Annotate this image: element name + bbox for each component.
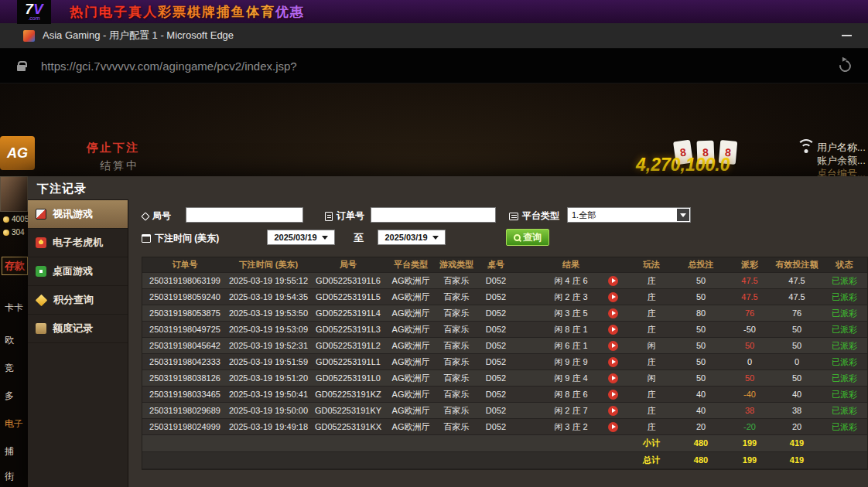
wifi-icon [795,139,817,156]
table-row: 2503191980381262025-03-19 19:51:20GD0522… [142,370,867,387]
column-header: 订单号 [142,257,227,272]
bet-records-modal: 下注记录 视讯游戏电子老虎机桌面游戏积分查询额度记录 局号 订单号 平台类型 1… [28,176,868,487]
replay-icon[interactable] [608,308,618,318]
balance-row: 304 [3,228,25,237]
nav-item-1[interactable]: 热门 [70,5,99,19]
result-text: 闲 3 庄 2 [554,422,587,431]
replay-icon[interactable] [608,292,618,302]
replay-icon[interactable] [608,276,618,286]
avatar[interactable] [0,176,28,212]
stop-bet-text: 停止下注 [87,141,139,155]
result-text: 闲 9 庄 9 [554,357,587,366]
result-text: 闲 8 庄 1 [554,325,587,334]
modal-sidebar: 视讯游戏电子老虎机桌面游戏积分查询额度记录 [28,199,128,487]
column-header: 总投注 [675,257,727,272]
result-text: 闲 9 庄 4 [554,373,587,383]
table-header: 订单号下注时间 (美东)局号平台类型游戏类型桌号结果玩法总投注派彩有效投注额状态 [142,257,867,273]
date-from[interactable]: 2025/03/19 [267,230,335,245]
nav-item-3[interactable]: 真人 [128,5,158,19]
replay-icon[interactable] [608,390,618,400]
minimize-icon [842,35,852,36]
nav-item-4[interactable]: 彩票 [158,5,187,19]
table-row: 2503191980592402025-03-19 19:54:35GD0522… [142,289,867,305]
table-row: 2503191980334652025-03-19 19:50:41GD0522… [142,387,867,403]
column-header: 下注时间 (美东) [227,257,309,272]
column-header: 局号 [309,257,387,272]
platform-select[interactable]: 1.全部 [567,207,691,223]
slot-icon [36,237,46,248]
nav-item-5[interactable]: 棋牌 [187,5,217,19]
left-menu-fragment[interactable]: 电子 [5,417,23,431]
replay-icon[interactable] [608,357,618,367]
table-row: 2503191980456422025-03-19 19:52:31GD0522… [142,338,867,354]
replay-icon[interactable] [608,341,618,351]
result-text: 闲 3 庄 5 [554,308,587,318]
window-title-bar: Asia Gaming - 用户配置 1 - Microsoft Edge [0,23,868,49]
status-badge: 已派彩 [822,289,867,305]
ag-logo: AG [0,136,35,170]
left-menu-fragment[interactable]: 卡卡 [5,301,23,315]
table-row: 2503191980249992025-03-19 19:49:18GD0522… [142,419,867,435]
site-logo[interactable]: 7V .com [17,0,51,24]
order-input[interactable] [371,207,496,223]
diamond-icon [36,294,48,306]
minimize-button[interactable] [836,23,857,48]
sidebar-item-label: 积分查询 [53,293,94,307]
table-row: 2503191980538752025-03-19 19:53:50GD0522… [142,305,867,322]
replay-icon[interactable] [608,373,618,383]
refresh-icon[interactable] [837,58,853,74]
payout-cell: 47.5 [727,289,772,305]
sidebar-item-label: 桌面游戏 [53,264,93,278]
status-badge: 已派彩 [822,338,867,353]
lock-icon [17,65,26,71]
time-label: 下注时间 (美东) [142,232,219,245]
column-header: 桌号 [478,257,514,272]
modal-title: 下注记录 [37,182,87,196]
calendar-icon [142,234,151,243]
grand-total-row: 总计480199419 [142,452,867,469]
sidebar-item-2[interactable]: 电子老虎机 [28,229,128,257]
left-menu-fragment[interactable]: 欧 [5,334,14,347]
status-badge: 已派彩 [822,419,867,434]
column-header: 有效投注额 [772,257,822,272]
left-menu-fragment[interactable]: 捕 [5,445,14,458]
payout-cell: 50 [727,338,772,353]
replay-icon[interactable] [608,406,618,416]
platform-select-value: 1.全部 [572,210,596,220]
round-input[interactable] [186,207,303,223]
nav-item-7[interactable]: 体育 [246,5,275,19]
search-button[interactable]: 查询 [506,229,549,246]
left-menu-fragment[interactable]: 竞 [5,362,14,375]
deposit-button[interactable]: 存款 [2,257,28,275]
left-menu-fragment[interactable]: 多 [5,390,14,403]
status-badge: 已派彩 [822,387,867,402]
address-bar: https://gci.7vvvvvv.com/agingame/pcv2/in… [0,49,868,83]
order-label: 订单号 [325,209,364,223]
replay-icon[interactable] [608,325,618,335]
list-icon [509,213,518,220]
dice-icon [36,266,46,277]
sidebar-item-3[interactable]: 桌面游戏 [28,257,128,286]
date-to[interactable]: 2025/03/19 [378,230,446,245]
nav-item-8[interactable]: 优惠 [275,5,305,19]
chevron-down-icon[interactable] [677,209,689,221]
top-nav: 7V .com 热门电子真人彩票棋牌捕鱼体育优惠 [0,0,868,23]
payout-cell: 76 [727,305,772,321]
sidebar-item-5[interactable]: 额度记录 [28,315,128,343]
logo-7: 7 [25,1,33,17]
nav-item-6[interactable]: 捕鱼 [217,5,246,19]
left-menu-fragment[interactable]: 街 [5,470,14,483]
cards-icon [36,209,46,220]
record-icon [36,323,46,334]
sidebar-item-1[interactable]: 视讯游戏 [28,200,128,229]
table-row: 2503191980631992025-03-19 19:55:12GD0522… [142,273,867,289]
nav-item-2[interactable]: 电子 [99,5,128,19]
logo-v: V [33,1,43,17]
sidebar-item-label: 额度记录 [53,322,93,335]
column-header: 玩法 [628,257,675,272]
to-label: 至 [354,231,364,245]
replay-icon[interactable] [608,422,618,432]
address-url[interactable]: https://gci.7vvvvvv.com/agingame/pcv2/in… [41,60,297,73]
sidebar-item-4[interactable]: 积分查询 [28,286,128,315]
result-text: 闲 2 庄 3 [554,292,587,301]
